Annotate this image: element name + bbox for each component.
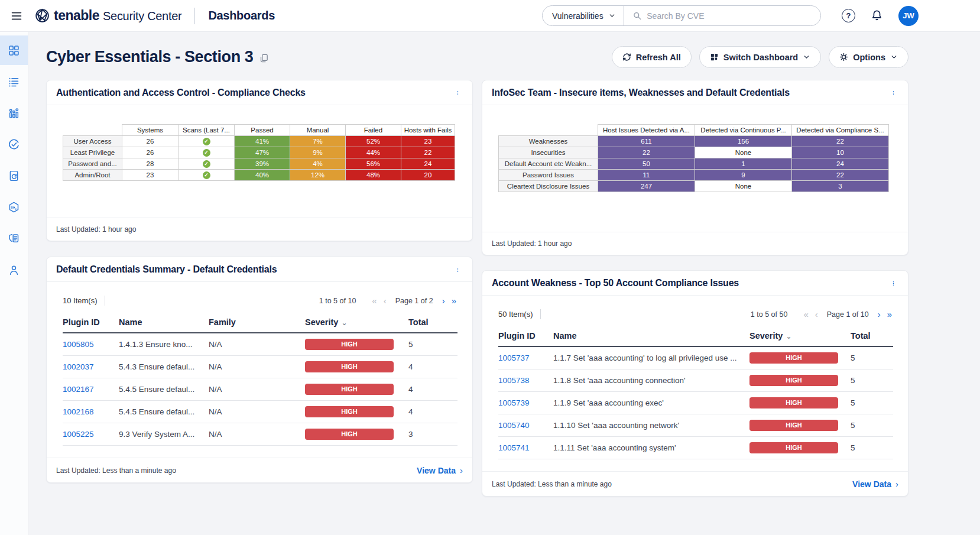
page-label: Page 1 of 10 [827,310,869,319]
matrix-cell: 23 [122,170,179,181]
plugin-id-link[interactable]: 1005805 [63,340,94,349]
hexagon-asset-icon [8,201,20,213]
col-header-total[interactable]: Total [408,314,457,333]
pagination: 1 to 5 of 10 « ‹ Page 1 of 2 › » [319,296,456,305]
col-header-total[interactable]: Total [851,328,893,346]
view-data-label: View Data [852,479,891,489]
auth-matrix-table: Systems Scans (Last 7... Passed Manual F… [63,124,455,181]
avatar[interactable]: JW [898,6,919,26]
search-scope-dropdown[interactable]: Vulnerabilities [543,6,624,25]
kebab-menu-icon[interactable] [453,88,463,98]
first-page-icon[interactable]: « [803,310,808,319]
search-input[interactable] [647,11,812,21]
plugin-name: 1.1.8 Set 'aaa accounting connection' [553,369,749,391]
col-header-name[interactable]: Name [119,314,209,333]
matrix-cell: 247 [598,181,695,192]
sidebar-item-compliance[interactable] [0,223,28,253]
sidebar-item-findings[interactable] [0,67,28,96]
last-updated-text: Last Updated: Less than a minute ago [492,480,612,488]
plugin-id-link[interactable]: 1002168 [63,407,94,416]
col-header-family[interactable]: Family [209,314,305,333]
options-button[interactable]: Options [829,46,908,68]
matrix-row: Password and... 28 ✓ 39% 4% 56% 24 [63,158,455,170]
sidebar-item-assets[interactable] [0,192,28,222]
refresh-all-button[interactable]: Refresh All [612,46,692,68]
col-header-severity[interactable]: Severity⌄ [749,328,851,346]
plugin-id-link[interactable]: 1005739 [498,398,530,407]
tenable-brand[interactable]: tenable Security Center [34,8,181,24]
matrix-col-header: Scans (Last 7... [179,125,235,136]
col-header-plugin-id[interactable]: Plugin ID [498,328,553,346]
matrix-row-label: Password and... [63,158,122,170]
hamburger-menu-icon[interactable] [8,8,25,24]
matrix-cell: 3 [792,181,889,192]
prev-page-icon[interactable]: ‹ [384,296,387,305]
first-page-icon[interactable]: « [372,296,377,305]
plugin-id-link[interactable]: 1002037 [63,362,94,371]
plugin-id-link[interactable]: 1005741 [498,443,530,452]
next-page-icon[interactable]: › [878,310,881,319]
matrix-row: Weaknesses 611 156 22 [499,136,889,147]
sidebar-item-reports[interactable] [0,161,28,190]
document-sync-icon [8,170,20,182]
items-count: 50 Item(s) [498,310,533,319]
card-default-credentials: Default Credentials Summary - Default Cr… [46,257,473,483]
matrix-cell-failed: 52% [346,136,401,147]
plugin-id-link[interactable]: 1005740 [498,421,530,430]
matrix-cell: 9 [695,170,792,181]
brand-product: Security Center [103,9,181,23]
matrix-col-header: Failed [346,125,401,136]
last-page-icon[interactable]: » [452,296,456,305]
sidebar-item-dashboards[interactable] [0,35,28,65]
plugin-family: N/A [209,378,305,400]
plugin-id-link[interactable]: 1002167 [63,385,94,394]
plugin-total: 3 [408,423,457,445]
view-data-link[interactable]: View Data › [417,465,463,475]
table-row: 1002037 5.4.3 Ensure defaul... N/A HIGH … [63,355,457,378]
matrix-cell: 26 [122,136,179,147]
list-area: Plugin ID Name Family Severity⌄ Total 10… [47,306,472,458]
severity-badge: HIGH [305,406,394,417]
matrix-area: Systems Scans (Last 7... Passed Manual F… [47,105,472,218]
copy-dashboard-icon[interactable] [259,53,269,63]
plugin-name: 1.1.9 Set 'aaa accounting exec' [553,391,749,414]
matrix-cell-manual: 12% [290,170,346,181]
card-account-weakness: Account Weakness - Top 50 Account Compli… [482,270,908,497]
notifications-bell-icon[interactable] [870,9,884,22]
matrix-row: Insecurities 22 None 10 [499,147,889,158]
dashboard-cards: Authentication and Access Control - Comp… [46,80,908,497]
plugin-name: 1.4.1.3 Ensure kno... [119,333,209,355]
kebab-menu-icon[interactable] [453,265,463,275]
plugin-total: 5 [408,333,457,355]
plugin-name: 5.4.5 Ensure defaul... [119,378,209,400]
col-header-name[interactable]: Name [553,328,749,346]
next-page-icon[interactable]: › [442,296,445,305]
plugin-id-link[interactable]: 1005225 [63,430,94,439]
plugin-id-link[interactable]: 1005738 [498,376,530,385]
prev-page-icon[interactable]: ‹ [815,310,818,319]
kebab-menu-icon[interactable] [888,278,898,288]
table-row: 1005739 1.1.9 Set 'aaa accounting exec' … [498,391,893,414]
switch-dashboard-button[interactable]: Switch Dashboard [699,46,822,68]
table-row: 1005741 1.1.11 Set 'aaa accounting syste… [498,436,893,459]
check-circle-icon: ✓ [203,149,210,157]
col-header-severity[interactable]: Severity⌄ [305,314,408,333]
sort-chevron-icon: ⌄ [786,332,791,341]
help-icon[interactable]: ? [842,9,855,22]
matrix-cell: 22 [792,136,889,147]
matrix-cell: 22 [792,170,889,181]
chevron-down-icon [803,53,810,61]
refresh-icon [622,53,631,61]
sidebar-item-scans[interactable] [0,129,28,159]
matrix-row-label: Default Account etc Weakn... [499,158,598,170]
plugin-name: 5.4.3 Ensure defaul... [119,355,209,378]
plugin-id-link[interactable]: 1005737 [498,354,530,362]
view-data-label: View Data [417,466,456,475]
kebab-menu-icon[interactable] [888,88,898,98]
view-data-link[interactable]: View Data › [852,479,898,489]
sidebar-item-analytics[interactable] [0,98,28,128]
sidebar-item-users[interactable] [0,255,28,284]
severity-badge: HIGH [305,361,394,372]
last-page-icon[interactable]: » [887,310,892,319]
col-header-plugin-id[interactable]: Plugin ID [63,314,119,333]
